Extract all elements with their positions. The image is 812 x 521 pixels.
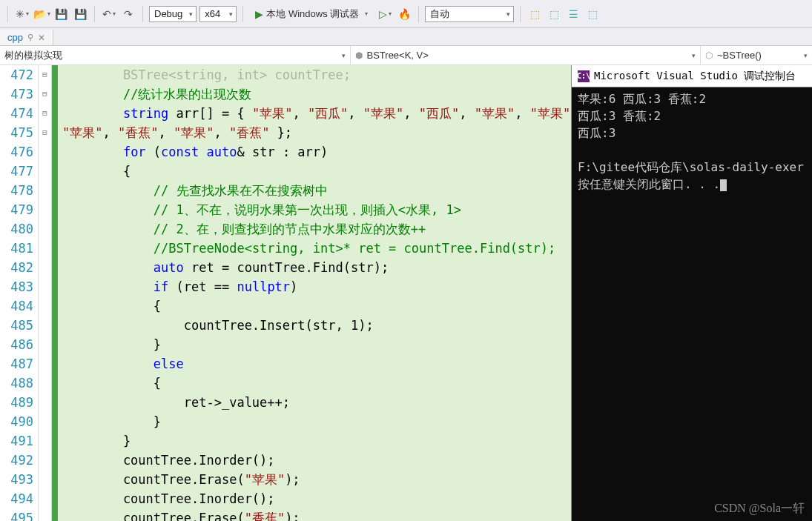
document-tabs: cpp ⚲ ✕ (0, 28, 812, 46)
code-editor[interactable]: 472 473 474 475 476 477 478 479 480 481 … (0, 65, 812, 521)
main-toolbar: ✳ 📂 💾 💾 ↶ ↷ Debug x64 ▶本地 Windows 调试器 ▷ … (0, 0, 812, 28)
redo-button[interactable]: ↷ (120, 6, 136, 22)
cube-icon: ⬡ (705, 50, 713, 61)
close-icon[interactable]: ✕ (38, 33, 45, 43)
nav-member-dropdown[interactable]: ⬡~BSTree() (701, 46, 812, 64)
tab-label: cpp (7, 32, 23, 43)
start-without-debug-button[interactable]: ▷ (377, 6, 393, 22)
tool-icon-4[interactable]: ⬚ (584, 6, 601, 22)
nav-scope-dropdown[interactable]: 树的模拟实现 (0, 46, 351, 64)
save-button[interactable]: 💾 (53, 6, 69, 22)
nav-bar: 树的模拟实现 ⬢BSTree<K, V> ⬡~BSTree() (0, 46, 812, 65)
config-dropdown[interactable]: Debug (149, 6, 197, 22)
console-titlebar[interactable]: C:\ Microsoft Visual Studio 调试控制台 (572, 65, 812, 87)
tool-icon-1[interactable]: ⬚ (527, 6, 543, 22)
fold-gutter[interactable]: ⊟ ⊟ ⊟ ⊟ (39, 65, 52, 521)
hot-reload-button[interactable]: 🔥 (396, 6, 412, 22)
debug-console-window: C:\ Microsoft Visual Studio 调试控制台 苹果:6 西… (571, 65, 812, 521)
console-icon: C:\ (578, 70, 590, 82)
console-output: 苹果:6 西瓜:3 香蕉:2 西瓜:3 香蕉:2 西瓜:3 F:\gitee代码… (572, 87, 812, 196)
change-bar (52, 65, 58, 521)
platform-dropdown[interactable]: x64 (199, 6, 237, 22)
auto-dropdown[interactable]: 自动 (425, 6, 514, 22)
nav-class-dropdown[interactable]: ⬢BSTree<K, V> (351, 46, 702, 64)
tool-icon-3[interactable]: ☰ (565, 6, 581, 22)
tool-icon-2[interactable]: ⬚ (546, 6, 562, 22)
new-item-button[interactable]: ✳ (14, 6, 30, 22)
start-debug-button[interactable]: ▶本地 Windows 调试器 (249, 5, 374, 23)
cube-icon: ⬢ (355, 50, 363, 61)
open-button[interactable]: 📂 (33, 6, 50, 22)
undo-button[interactable]: ↶ (101, 6, 117, 22)
save-all-button[interactable]: 💾 (72, 6, 88, 22)
file-tab-cpp[interactable]: cpp ⚲ ✕ (0, 30, 53, 45)
console-title-text: Microsoft Visual Studio 调试控制台 (594, 67, 796, 84)
pin-icon[interactable]: ⚲ (27, 33, 33, 42)
line-gutter: 472 473 474 475 476 477 478 479 480 481 … (0, 65, 39, 521)
debugger-label: 本地 Windows 调试器 (266, 7, 359, 21)
